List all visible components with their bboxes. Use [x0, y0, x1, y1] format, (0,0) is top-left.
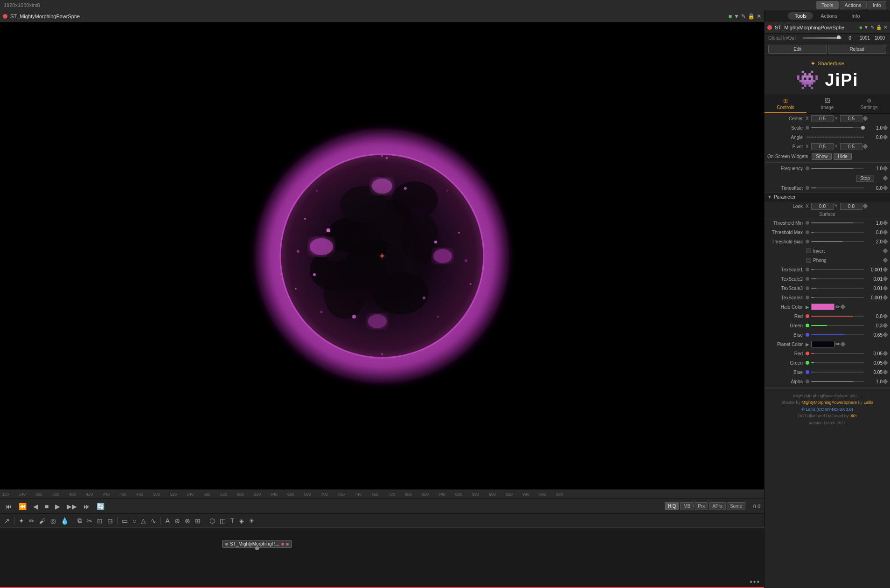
node-icon-close[interactable]: ✕	[757, 13, 761, 20]
tool-light[interactable]: ☀	[247, 516, 256, 526]
next-frame-button[interactable]: ▶▶	[65, 502, 79, 511]
tab-info[interactable]: Info	[845, 12, 866, 20]
planet-blue-keyframe[interactable]	[883, 369, 888, 374]
alpha-slider[interactable]	[811, 381, 864, 382]
halo-eyedropper[interactable]: ✏	[835, 304, 840, 310]
texscale2-keyframe[interactable]	[883, 276, 888, 281]
tool-paint[interactable]: ✏	[28, 516, 36, 526]
invert-keyframe[interactable]	[883, 248, 888, 253]
skip-to-start-button[interactable]: ⏮	[4, 502, 14, 511]
texscale4-keyframe[interactable]	[883, 295, 888, 300]
phong-keyframe[interactable]	[883, 257, 888, 263]
timeoffset-slider[interactable]	[811, 187, 864, 188]
planet-eyedropper[interactable]: ✏	[835, 341, 840, 347]
thresh-bias-slider[interactable]	[811, 241, 864, 242]
tool-rect[interactable]: ▭	[120, 516, 129, 526]
planet-green-keyframe[interactable]	[883, 360, 888, 365]
pivot-y-input[interactable]	[840, 143, 862, 150]
show-button[interactable]: Show	[812, 153, 832, 160]
prev-frame-button[interactable]: ◀	[31, 502, 40, 511]
texscale1-keyframe[interactable]	[883, 267, 888, 272]
tool-pointer[interactable]: ↗	[3, 516, 11, 526]
right-icon-menu[interactable]: ▼	[864, 25, 869, 30]
texscale1-slider[interactable]	[811, 269, 864, 270]
frequency-slider[interactable]	[811, 168, 864, 169]
look-keyframe[interactable]	[862, 203, 868, 208]
center-y-input[interactable]	[840, 115, 862, 122]
node-box[interactable]: ST_MightyMorphingP.... ■	[222, 540, 292, 548]
halo-blue-keyframe[interactable]	[883, 332, 888, 337]
tool-fill[interactable]: 💧	[59, 516, 70, 526]
tool-3d[interactable]: T	[229, 516, 236, 526]
tool-camera[interactable]: ◈	[237, 516, 245, 526]
node-icon-lock[interactable]: 🔒	[748, 13, 755, 20]
center-x-input[interactable]	[811, 115, 834, 122]
right-icon-close[interactable]: ✕	[883, 25, 887, 30]
halo-red-keyframe[interactable]	[883, 313, 888, 318]
node-canvas[interactable]: ST_MightyMorphingP.... ■	[3, 531, 761, 579]
edit-button[interactable]: Edit	[768, 45, 827, 54]
node-icon-green[interactable]: ■	[729, 13, 732, 20]
timeoffset-keyframe[interactable]	[883, 185, 888, 190]
sub-tab-settings[interactable]: ⚙ Settings	[848, 95, 890, 113]
thresh-max-slider[interactable]	[811, 232, 864, 233]
step-back-button[interactable]: ⏪	[17, 502, 28, 511]
thresh-min-slider[interactable]	[811, 222, 864, 223]
quality-aprx[interactable]: APrx	[709, 502, 726, 510]
right-icon-lock[interactable]: 🔒	[876, 25, 882, 30]
scale-keyframe[interactable]	[883, 125, 888, 130]
quality-mb[interactable]: MB	[680, 502, 694, 510]
thresh-max-keyframe[interactable]	[883, 229, 888, 235]
parameter-section-header[interactable]: ▼ Parameter	[765, 193, 890, 201]
skip-to-end-button[interactable]: ⏭	[82, 502, 92, 511]
hide-button[interactable]: Hide	[834, 153, 852, 160]
texscale4-slider[interactable]	[811, 297, 864, 298]
tool-mask[interactable]: ⬡	[208, 516, 216, 526]
node-icon-edit[interactable]: ✎	[741, 13, 746, 20]
tool-transform[interactable]: ✦	[17, 516, 26, 526]
halo-green-keyframe[interactable]	[883, 323, 888, 328]
tool-cut[interactable]: ✂	[85, 516, 94, 526]
halo-color-swatch[interactable]	[811, 304, 834, 310]
stop-button[interactable]: Stop	[856, 175, 874, 182]
alpha-keyframe[interactable]	[883, 379, 888, 384]
tool-select-rect[interactable]: ⊟	[106, 516, 114, 526]
tool-paste[interactable]: ⊡	[96, 516, 104, 526]
texscale3-keyframe[interactable]	[883, 285, 888, 291]
angle-slider[interactable]	[807, 137, 864, 138]
planet-blue-slider[interactable]	[811, 372, 864, 373]
tool-poly[interactable]: △	[139, 516, 147, 526]
tool-text[interactable]: A	[164, 516, 171, 526]
play-button[interactable]: ▶	[53, 502, 62, 511]
quality-hiq[interactable]: HiQ	[665, 502, 679, 510]
halo-red-slider[interactable]	[811, 316, 864, 317]
tool-eraser[interactable]: ◎	[49, 516, 57, 526]
frequency-keyframe[interactable]	[883, 166, 888, 171]
halo-blue-slider[interactable]	[811, 334, 864, 335]
node-icon-menu[interactable]: ▼	[734, 13, 739, 20]
texscale3-slider[interactable]	[811, 288, 864, 289]
center-keyframe[interactable]	[862, 116, 868, 121]
halo-green-slider[interactable]	[811, 325, 864, 326]
sub-tab-controls[interactable]: ⊞ Controls	[765, 95, 807, 113]
texscale2-slider[interactable]	[811, 278, 864, 279]
tools-tab[interactable]: Tools	[816, 1, 839, 9]
right-icon-edit[interactable]: ✎	[870, 25, 874, 30]
angle-keyframe[interactable]	[883, 134, 888, 139]
tool-gradient[interactable]: ◫	[218, 516, 227, 526]
tool-bezier[interactable]: ∿	[149, 516, 158, 526]
tab-tools[interactable]: Tools	[788, 12, 813, 20]
planet-color-swatch[interactable]	[811, 341, 834, 347]
tool-track[interactable]: ⊞	[194, 516, 202, 526]
pivot-x-input[interactable]	[811, 143, 834, 150]
global-val-mid[interactable]: 1001	[858, 35, 871, 41]
sub-tab-image[interactable]: 🖼 Image	[807, 95, 848, 113]
stop-button[interactable]: ■	[43, 502, 50, 511]
stop-keyframe[interactable]	[883, 175, 888, 180]
tool-node[interactable]: ⊕	[173, 516, 181, 526]
info-tab[interactable]: Info	[868, 1, 886, 9]
tool-ellipse[interactable]: ○	[131, 516, 138, 526]
invert-checkbox[interactable]	[807, 249, 811, 253]
global-slider[interactable]	[803, 37, 841, 39]
look-y-input[interactable]	[840, 203, 862, 210]
